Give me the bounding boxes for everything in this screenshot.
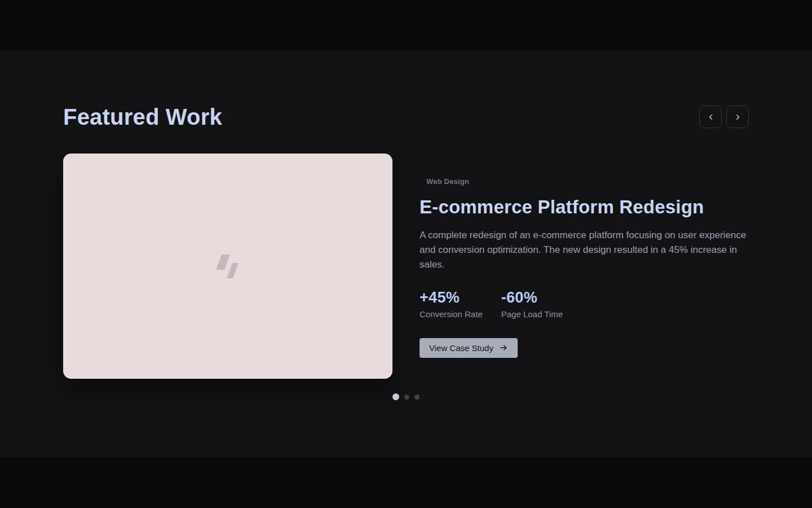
placeholder-bar-left <box>216 255 230 270</box>
slide-content: Web Design E-commerce Platform Redesign … <box>420 154 749 379</box>
view-case-study-label: View Case Study <box>429 343 493 353</box>
stat-value: +45% <box>420 289 483 306</box>
bottom-spacer-band <box>0 457 812 508</box>
placeholder-bar-right <box>227 263 239 278</box>
stat-label: Conversion Rate <box>420 309 483 319</box>
project-category-label: Web Design <box>420 177 749 186</box>
carousel-dot-3[interactable] <box>414 395 420 400</box>
stat-value: -60% <box>501 289 563 306</box>
image-placeholder-icon <box>215 253 240 279</box>
project-title: E-commerce Platform Redesign <box>420 196 749 218</box>
carousel-dots <box>63 393 749 400</box>
stat-conversion-rate: +45% Conversion Rate <box>420 289 483 319</box>
arrow-right-icon <box>499 343 508 352</box>
project-description: A complete redesign of an e-commerce pla… <box>420 228 749 272</box>
carousel-prev-button[interactable] <box>699 106 722 128</box>
project-stats: +45% Conversion Rate -60% Page Load Time <box>420 289 749 319</box>
chevron-right-icon <box>734 113 742 121</box>
featured-work-container: Featured Work <box>63 104 749 400</box>
section-heading: Featured Work <box>63 104 222 130</box>
stat-page-load-time: -60% Page Load Time <box>501 289 563 319</box>
top-spacer-band <box>0 0 812 51</box>
carousel-next-button[interactable] <box>726 106 749 128</box>
carousel-nav-arrows <box>699 106 749 128</box>
carousel-slide: Web Design E-commerce Platform Redesign … <box>63 154 749 379</box>
chevron-left-icon <box>707 113 715 121</box>
stat-label: Page Load Time <box>501 309 563 319</box>
featured-work-section: Featured Work <box>0 51 812 457</box>
carousel-dot-2[interactable] <box>404 395 409 400</box>
project-image-placeholder <box>63 154 392 379</box>
carousel-dot-1[interactable] <box>392 393 399 400</box>
section-header: Featured Work <box>63 104 749 130</box>
view-case-study-button[interactable]: View Case Study <box>420 338 518 358</box>
